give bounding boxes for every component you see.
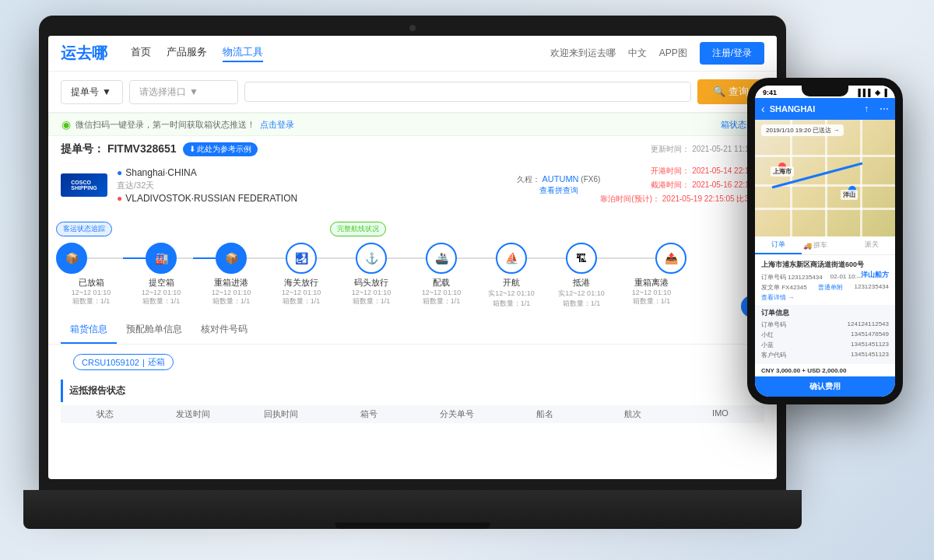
step-line-8 — [613, 257, 658, 259]
step-dot-8: 📤 — [655, 243, 686, 274]
phone-nav-title: SHANGHAI — [770, 104, 816, 114]
header-lang[interactable]: 中文 — [628, 47, 647, 60]
phone-detail-link[interactable]: 查看详情 → — [761, 293, 889, 302]
step-name-2: 重箱进港 — [214, 277, 248, 289]
step-icon-wrap-4: ⚓ — [336, 243, 406, 274]
phone-tab-1[interactable]: 订单 — [755, 236, 802, 254]
step-name-3: 海关放行 — [284, 277, 318, 289]
nav-home[interactable]: 首页 — [131, 45, 151, 62]
search-input[interactable] — [244, 82, 691, 102]
wechat-bar: ◉ 微信扫码一键登录，第一时间获取箱状态推送！ 点击登录 箱状态短信 — [48, 113, 777, 136]
step-count-8: 箱数量：1/1 — [633, 296, 671, 306]
phone-order-section: 订单信息 订单号码 124124112543 小红 13451476549 小蓝… — [755, 305, 895, 364]
wifi-icon: ◈ — [875, 89, 883, 96]
step-date-4: 12~12 01:10 — [352, 289, 391, 296]
container-row: CRSU1059102 | 还箱 — [48, 345, 777, 380]
phone-tabs: 订单 🚚拼车 派关 — [755, 236, 895, 255]
timeline-step-2: 📦重箱进港12~12 01:10箱数量：1/1 — [196, 243, 266, 306]
map-city-1: 上海市 — [771, 166, 794, 177]
report-col-3: 箱号 — [325, 408, 413, 420]
nav-products[interactable]: 产品服务 — [167, 45, 207, 62]
order-no-row: 订单号码 124124112543 — [761, 320, 889, 329]
timeline-step-0: 📦已放箱12~12 01:10箱数量：1/1 — [56, 243, 126, 306]
step-name-8: 重箱离港 — [634, 277, 669, 289]
step-count-7: 箱数量：1/1 — [563, 299, 601, 309]
header-app[interactable]: APP图 — [659, 47, 687, 60]
dates-section: 开港时间： 2021-05-14 22:15:08 截港时间： 2021-05-… — [600, 164, 764, 206]
cosco-logo: COSCOSHIPPING — [61, 173, 107, 197]
step-icon-wrap-8: 📤 — [616, 243, 686, 274]
report-col-4: 分关单号 — [413, 408, 500, 420]
search-icon: 🔍 — [713, 86, 725, 97]
step-count-1: 箱数量：1/1 — [142, 296, 181, 306]
phone-tab-2[interactable]: 🚚拼车 — [802, 236, 848, 254]
timeline-badge-1: 客运状态追踪 — [56, 222, 112, 236]
search-port-select[interactable]: 请选择港口 ▼ — [129, 80, 238, 104]
laptop-camera — [409, 25, 416, 31]
step-icon-wrap-6: ⛵ — [476, 243, 546, 274]
timeline-badge-2: 完整航线状况 — [330, 222, 386, 236]
signal-icon: ▌▌▌ — [858, 89, 873, 96]
nearby-label: 洋山船方 — [861, 270, 889, 280]
step-icon-wrap-0: 📦 — [56, 243, 126, 274]
step-dot-0: 📦 — [56, 243, 87, 274]
step-dot-3: 🛃 — [286, 243, 317, 274]
wechat-login-link[interactable]: 点击登录 — [260, 119, 294, 131]
map-road-v-2 — [825, 120, 827, 236]
phone-time: 9:41 — [763, 89, 777, 96]
laptop-base — [23, 490, 802, 529]
phone-back-button[interactable]: ‹ — [761, 103, 765, 115]
scene-wrapper: 运去哪 首页 产品服务 物流工具 欢迎来到运去哪 中文 APP图 注册/登录 — [0, 0, 934, 560]
container-tag[interactable]: CRSU1059102 | 还箱 — [73, 354, 174, 370]
phone-amount: CNY 3,000.00 + USD 2,000.00 — [761, 367, 889, 374]
battery-icon: ▐ — [883, 89, 887, 96]
route-info: ● Shanghai·CHINA 直达/32天 ● VLADIVOSTOK·RU… — [117, 167, 517, 204]
step-date-7: 实12~12 01:10 — [558, 289, 604, 299]
login-button[interactable]: 注册/登录 — [700, 42, 764, 65]
bill-header: 提单号： FITMV328651 ⬇ 此处为参考示例 更新时间： 2021-05… — [61, 136, 764, 159]
step-count-5: 箱数量：1/1 — [423, 296, 461, 306]
header-right: 欢迎来到运去哪 中文 APP图 注册/登录 — [550, 42, 764, 65]
search-type-select[interactable]: 提单号 ▼ — [61, 80, 123, 104]
timeline-step-1: 🏭提空箱12~12 01:10箱数量：1/1 — [126, 243, 196, 306]
phone-tab-3[interactable]: 派关 — [848, 236, 895, 254]
phone-address: 上海市浦东新区商汤道街道600号 洋山船方 — [761, 260, 889, 270]
step-date-8: 12~12 01:10 — [632, 289, 671, 296]
step-icon-wrap-5: 🚢 — [406, 243, 476, 274]
tab-2[interactable]: 核对件号码 — [191, 317, 257, 344]
timeline-step-4: ⚓码头放行12~12 01:10箱数量：1/1 — [336, 243, 406, 306]
step-dot-5: 🚢 — [426, 243, 457, 274]
step-date-5: 12~12 01:10 — [422, 289, 461, 296]
phone-footer[interactable]: 确认费用 — [755, 376, 895, 397]
nav-tools[interactable]: 物流工具 — [223, 45, 263, 62]
site-logo: 运去哪 — [61, 43, 107, 64]
step-name-7: 抵港 — [573, 277, 590, 289]
route-to: ● VLADIVOSTOK·RUSSIAN FEDERATION — [117, 193, 517, 204]
vessel-info: 久程： AUTUMN (FX6) 查看拼查询 — [517, 174, 601, 196]
phone-icons: ▌▌▌ ◈ ▐ — [858, 89, 887, 96]
vessel-link[interactable]: 查看拼查询 — [517, 185, 601, 196]
tab-0[interactable]: 箱货信息 — [61, 317, 117, 344]
phone-nav-bar: ‹ SHANGHAI ↑ ⋯ — [755, 98, 895, 120]
step-dot-2: 📦 — [216, 243, 247, 274]
order-client-row: 客户代码 13451451123 — [761, 351, 889, 359]
step-name-4: 码头放行 — [354, 277, 388, 289]
phone-share-icon[interactable]: ↑ — [864, 103, 869, 114]
phone-order-title: 订单信息 — [761, 308, 889, 318]
route-row: COSCOSHIPPING ● Shanghai·CHINA 直达/32天 ● … — [61, 159, 764, 211]
timeline-step-7: 🏗抵港实12~12 01:10箱数量：1/1 — [546, 243, 616, 309]
step-date-1: 12~12 01:10 — [142, 289, 181, 296]
bill-section: 提单号： FITMV328651 ⬇ 此处为参考示例 更新时间： 2021-05… — [48, 136, 777, 217]
laptop: 运去哪 首页 产品服务 物流工具 欢迎来到运去哪 中文 APP图 注册/登录 — [39, 16, 786, 529]
bill-badge[interactable]: ⬇ 此处为参考示例 — [183, 142, 258, 156]
phone-more-icon[interactable]: ⋯ — [880, 103, 889, 114]
phone-row-2: 发文单 FX42345 普通单附 1231235434 — [761, 283, 889, 292]
step-count-4: 箱数量：1/1 — [353, 296, 391, 306]
step-name-0: 已放箱 — [79, 277, 104, 289]
tab-1[interactable]: 预配舱单信息 — [117, 317, 191, 344]
phone-content: 上海市浦东新区商汤道街道600号 洋山船方 订单号码 1231235434 02… — [755, 255, 895, 379]
step-icon-wrap-2: 📦 — [196, 243, 266, 274]
report-section: 运抵报告状态 状态发送时间回执时间箱号分关单号船名航次IMO — [48, 380, 777, 423]
wechat-icon: ◉ — [61, 118, 71, 131]
phone-notch — [802, 86, 848, 96]
